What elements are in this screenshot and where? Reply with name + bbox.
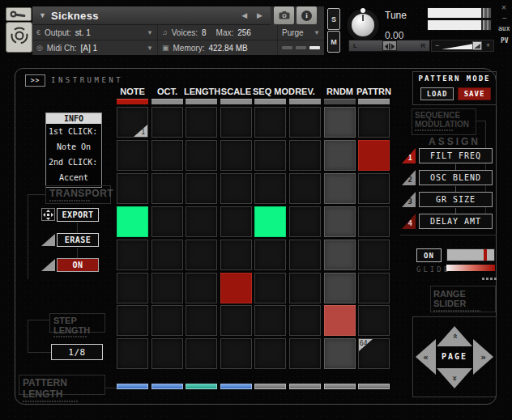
grid-cell[interactable] (324, 173, 356, 204)
grid-cell[interactable] (289, 338, 321, 369)
pattern-length-bar[interactable] (289, 384, 321, 389)
grid-cell[interactable]: 1 (117, 107, 148, 138)
grid-cell[interactable] (220, 173, 252, 204)
load-button[interactable]: LOAD (420, 87, 454, 100)
column-header-rev[interactable]: REV. (288, 87, 322, 97)
grid-cell[interactable] (358, 140, 390, 171)
grid-cell[interactable] (289, 206, 321, 237)
column-header-length[interactable]: LENGTH (184, 87, 219, 97)
grid-cell[interactable] (186, 240, 217, 270)
grid-cell[interactable] (186, 107, 217, 138)
volume-slider[interactable]: − + (431, 40, 494, 52)
pv-label[interactable]: PV (501, 37, 509, 45)
glide-on-button[interactable]: ON (416, 248, 442, 262)
tune-knob[interactable] (347, 9, 379, 41)
grid-cell[interactable] (186, 338, 217, 369)
grid-cell[interactable] (151, 173, 183, 204)
grid-cell[interactable] (324, 273, 356, 303)
grid-cell[interactable] (220, 107, 252, 138)
page-down-button[interactable]: » (437, 368, 472, 388)
grid-cell[interactable] (254, 273, 286, 303)
aux-label[interactable]: aux (498, 25, 510, 32)
grid-cell[interactable] (220, 206, 252, 237)
grid-cell[interactable] (220, 338, 252, 369)
assign-slot-2-button[interactable]: OSC BLEND (419, 170, 493, 185)
assign-slot-1-badge[interactable]: 1 (402, 148, 416, 163)
grid-cell[interactable] (324, 107, 356, 138)
save-button[interactable]: SAVE (458, 87, 491, 100)
instrument-view-button[interactable] (6, 22, 32, 53)
grid-cell[interactable] (186, 173, 217, 204)
grid-cell[interactable] (117, 338, 148, 369)
pattern-length-bar[interactable] (186, 384, 217, 389)
grid-cell[interactable] (358, 240, 390, 270)
grid-cell[interactable] (117, 273, 148, 303)
grid-cell[interactable] (186, 273, 217, 303)
grid-cell[interactable] (289, 140, 321, 171)
column-header-rndm[interactable]: RNDM (322, 87, 357, 97)
next-instrument-icon[interactable]: ▶ (257, 11, 262, 19)
volume-minus[interactable]: − (435, 41, 439, 49)
assign-slot-3-button[interactable]: GR SIZE (419, 192, 493, 207)
assign-slot-4-button[interactable]: DELAY AMT (419, 214, 493, 229)
column-header-note[interactable]: NOTE (115, 87, 150, 97)
grid-cell[interactable] (186, 140, 217, 171)
grid-cell[interactable] (186, 206, 217, 237)
column-select-bar[interactable] (186, 99, 217, 104)
column-select-bar[interactable] (117, 99, 148, 104)
grid-cell[interactable] (117, 240, 148, 270)
purge-menu[interactable]: Purge ▼ (278, 25, 324, 40)
grid-cell[interactable] (324, 140, 356, 171)
grid-cell[interactable]: 64 (358, 338, 390, 369)
grid-cell[interactable] (220, 140, 252, 171)
midi-channel-selector[interactable]: ◎ Midi Ch: [A] 1 ▼ (32, 40, 158, 55)
grid-cell[interactable] (117, 140, 148, 171)
glide-time-slider[interactable] (446, 248, 495, 261)
grid-cell[interactable] (358, 305, 390, 336)
grid-cell[interactable] (117, 173, 148, 204)
grid-cell[interactable] (117, 305, 148, 336)
assign-slot-2-badge[interactable]: 2 (402, 170, 416, 185)
output-selector[interactable]: € Output: st. 1 ▼ (32, 25, 158, 40)
solo-button[interactable]: S (327, 8, 340, 30)
wrench-button[interactable] (6, 7, 32, 21)
pattern-length-bar[interactable] (117, 384, 148, 389)
assign-slot-3-badge[interactable]: 3 (402, 192, 416, 207)
pattern-length-bar[interactable] (358, 384, 390, 389)
step-length-value[interactable]: 1/8 (51, 344, 103, 360)
column-header-pattrn[interactable]: PATTRN (356, 87, 391, 97)
assign-slot-1-button[interactable]: FILT FREQ (419, 148, 493, 163)
column-select-bar[interactable] (289, 99, 321, 104)
grid-cell[interactable] (289, 273, 321, 303)
prev-instrument-icon[interactable]: ◀ (241, 11, 247, 19)
grid-cell[interactable] (151, 240, 183, 270)
column-select-bar[interactable] (220, 99, 252, 104)
grid-cell[interactable] (254, 305, 286, 336)
pan-handle[interactable] (382, 40, 397, 51)
snapshot-camera-button[interactable] (274, 6, 294, 24)
grid-cell[interactable] (289, 107, 321, 138)
grid-cell[interactable] (289, 240, 321, 270)
pattern-length-bar[interactable] (151, 384, 183, 389)
grid-cell[interactable] (358, 206, 390, 237)
grid-cell[interactable] (151, 107, 183, 138)
page-up-button[interactable]: » (437, 326, 472, 346)
sequencer-on-button[interactable]: ON (57, 258, 99, 272)
erase-button[interactable]: ERASE (57, 233, 99, 247)
grid-cell[interactable] (117, 206, 148, 237)
volume-plus[interactable]: + (486, 41, 490, 49)
column-select-bar[interactable] (151, 99, 183, 104)
column-header-oct[interactable]: OCT. (150, 87, 185, 97)
pan-slider[interactable]: L R (348, 40, 430, 52)
grid-cell[interactable] (289, 173, 321, 204)
grid-cell[interactable] (254, 338, 286, 369)
column-select-bar[interactable] (358, 99, 390, 104)
grid-cell[interactable] (289, 305, 321, 336)
column-select-bar[interactable] (324, 99, 356, 104)
grid-cell[interactable] (186, 305, 217, 336)
grid-cell[interactable] (151, 273, 183, 303)
grid-cell[interactable] (358, 173, 390, 204)
info-button[interactable]: i (297, 6, 317, 24)
export-button[interactable]: EXPORT (57, 208, 99, 222)
grid-cell[interactable] (324, 305, 356, 336)
